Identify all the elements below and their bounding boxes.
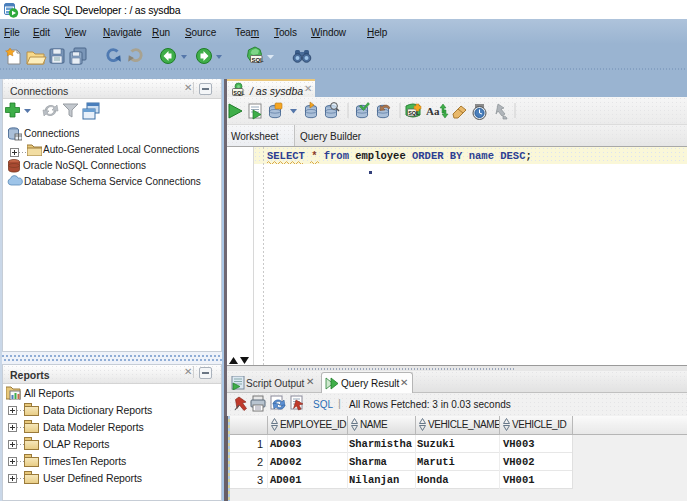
svg-text:Aa: Aa — [426, 105, 440, 117]
svg-text:SQL: SQL — [251, 57, 264, 63]
svg-text:SQL: SQL — [233, 90, 245, 96]
